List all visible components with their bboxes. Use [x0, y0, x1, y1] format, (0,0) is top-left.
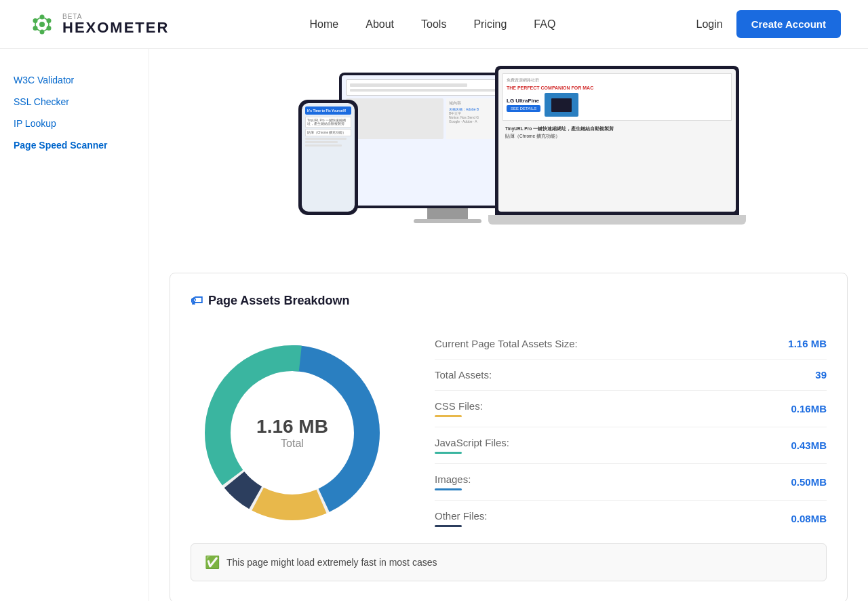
stat-value-css: 0.16MB: [791, 403, 827, 414]
sidebar-item-ssl[interactable]: SSL Checker: [14, 91, 135, 113]
logo[interactable]: BETA HEXOMETER: [27, 9, 169, 39]
images-underline: [435, 488, 462, 490]
stat-label-other: Other Files:: [435, 510, 488, 522]
device-mockup-container: 域內容 名稱名稱：Adobe B B中文字 Notice: Nos Send G…: [271, 66, 746, 249]
stat-row-images: Images: 0.50MB: [435, 464, 827, 501]
nav-faq[interactable]: FAQ: [534, 18, 555, 31]
stat-label-total-assets: Total Assets:: [435, 369, 492, 381]
nav-home[interactable]: Home: [310, 18, 339, 31]
status-check-icon: ✅: [205, 555, 220, 570]
main-layout: W3C Validator SSL Checker IP Lookup Page…: [0, 49, 868, 601]
stat-label-images-container: Images:: [435, 473, 471, 490]
js-underline: [435, 452, 462, 454]
sidebar-item-pagespeed[interactable]: Page Speed Scanner: [14, 134, 135, 156]
donut-value: 1.16 MB: [256, 416, 328, 438]
tag-icon: 🏷: [191, 294, 203, 308]
stat-row-total-size: Current Page Total Assets Size: 1.16 MB: [435, 328, 827, 360]
phone-mockup: It's Time to Fix Yourself! TinyURL Pro 一…: [298, 100, 358, 215]
breakdown-heading: Page Assets Breakdown: [208, 294, 349, 308]
svg-point-2: [40, 29, 45, 34]
breakdown-body: 1.16 MB Total Current Page Total Assets …: [191, 328, 827, 537]
stat-label-js: JavaScript Files:: [435, 437, 509, 448]
login-link[interactable]: Login: [696, 18, 723, 31]
svg-point-4: [47, 18, 52, 23]
stat-value-other: 0.08MB: [791, 513, 827, 524]
stat-label-images: Images:: [435, 473, 471, 485]
stat-label-css: CSS Files:: [435, 400, 483, 412]
stat-row-other: Other Files: 0.08MB: [435, 501, 827, 537]
stat-label-css-container: CSS Files:: [435, 400, 483, 417]
stat-value-images: 0.50MB: [791, 476, 827, 488]
stat-label-js-container: JavaScript Files:: [435, 437, 509, 454]
stat-row-js: JavaScript Files: 0.43MB: [435, 427, 827, 464]
laptop-mockup: 免費資源網路社群 THE PERFECT COMPANION FOR MAC L…: [495, 66, 746, 225]
main-content: 域內容 名稱名稱：Adobe B B中文字 Notice: Nos Send G…: [149, 49, 868, 601]
header: BETA HEXOMETER Home About Tools Pricing …: [0, 0, 868, 49]
css-underline: [435, 415, 462, 417]
main-nav: Home About Tools Pricing FAQ: [310, 18, 556, 31]
nav-tools[interactable]: Tools: [421, 18, 446, 31]
donut-chart: 1.16 MB Total: [191, 331, 394, 535]
sidebar-item-ip[interactable]: IP Lookup: [14, 113, 135, 134]
hexometer-logo-icon: [27, 9, 57, 39]
stat-label-total-size: Current Page Total Assets Size:: [435, 338, 578, 349]
sidebar: W3C Validator SSL Checker IP Lookup Page…: [0, 49, 149, 601]
header-actions: Login Create Account: [696, 10, 841, 38]
donut-center: 1.16 MB Total: [256, 416, 328, 450]
breakdown-title: 🏷 Page Assets Breakdown: [191, 294, 827, 308]
nav-about[interactable]: About: [366, 18, 394, 31]
nav-pricing[interactable]: Pricing: [473, 18, 507, 31]
logo-name: HEXOMETER: [62, 20, 169, 35]
stat-label-other-container: Other Files:: [435, 510, 488, 527]
logo-text: BETA HEXOMETER: [62, 14, 169, 35]
stat-row-total-assets: Total Assets: 39: [435, 360, 827, 391]
stat-row-css: CSS Files: 0.16MB: [435, 391, 827, 427]
device-preview: 域內容 名稱名稱：Adobe B B中文字 Notice: Nos Send G…: [170, 62, 848, 252]
status-text: This page might load extremely fast in m…: [226, 557, 437, 568]
donut-label: Total: [256, 438, 328, 450]
breakdown-card: 🏷 Page Assets Breakdown: [170, 273, 848, 601]
svg-point-3: [33, 18, 38, 23]
svg-point-7: [39, 22, 45, 27]
stat-value-total-assets: 39: [815, 369, 827, 381]
create-account-button[interactable]: Create Account: [736, 10, 841, 38]
svg-point-5: [33, 26, 38, 31]
status-bar: ✅ This page might load extremely fast in…: [191, 543, 827, 581]
stat-value-total-size: 1.16 MB: [788, 338, 827, 349]
other-underline: [435, 525, 462, 527]
stats-table: Current Page Total Assets Size: 1.16 MB …: [435, 328, 827, 537]
stat-value-js: 0.43MB: [791, 440, 827, 451]
svg-point-1: [40, 14, 45, 19]
svg-point-6: [47, 26, 52, 31]
sidebar-item-w3c[interactable]: W3C Validator: [14, 69, 135, 91]
